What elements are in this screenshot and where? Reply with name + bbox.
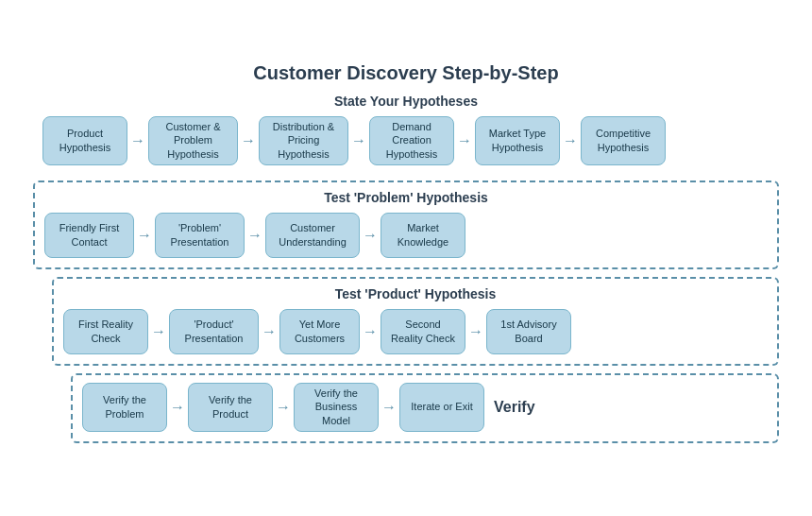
main-title: Customer Discovery Step-by-Step — [33, 62, 779, 84]
box-second-reality[interactable]: SecondReality Check — [381, 309, 465, 354]
box-product-presentation[interactable]: 'Product'Presentation — [169, 309, 259, 354]
section1-title: State Your Hypotheses — [42, 94, 770, 109]
arrow10: → — [259, 323, 279, 340]
arrow9: → — [148, 323, 169, 340]
arrow7: → — [245, 227, 265, 244]
arrow8: → — [360, 227, 381, 244]
arrow11: → — [360, 323, 381, 340]
arrow6: → — [134, 227, 155, 244]
box-verify-product[interactable]: Verify theProduct — [188, 383, 273, 432]
box-verify-problem[interactable]: Verify theProblem — [82, 383, 167, 432]
section1: State Your Hypotheses ProductHypothesis … — [33, 88, 779, 173]
box-customer-understanding[interactable]: CustomerUnderstanding — [265, 213, 360, 258]
section4-boxes: Verify theProblem → Verify theProduct → … — [82, 383, 484, 432]
box-distribution-pricing[interactable]: Distribution &PricingHypothesis — [259, 116, 348, 165]
section1-boxes: ProductHypothesis → Customer &ProblemHyp… — [42, 116, 770, 165]
arrow1: → — [127, 132, 148, 149]
box-verify-business[interactable]: Verify theBusinessModel — [294, 383, 379, 432]
verify-label: Verify — [494, 399, 535, 416]
box-customer-problem[interactable]: Customer &ProblemHypothesis — [148, 116, 238, 165]
section3: Test 'Product' Hypothesis First RealityC… — [52, 277, 779, 366]
section3-title: Test 'Product' Hypothesis — [63, 286, 768, 301]
box-product-hypothesis[interactable]: ProductHypothesis — [42, 116, 127, 165]
arrow15: → — [379, 399, 399, 416]
diagram: Customer Discovery Step-by-Step State Yo… — [14, 47, 798, 470]
box-competitive[interactable]: CompetitiveHypothesis — [581, 116, 666, 165]
box-iterate[interactable]: Iterate or Exit — [399, 383, 484, 432]
arrow5: → — [560, 132, 581, 149]
box-first-reality[interactable]: First RealityCheck — [63, 309, 148, 354]
arrow3: → — [348, 132, 369, 149]
arrow4: → — [454, 132, 475, 149]
section2-boxes: Friendly FirstContact → 'Problem'Present… — [44, 213, 768, 258]
box-problem-presentation[interactable]: 'Problem'Presentation — [155, 213, 245, 258]
section4-row: Verify theProblem → Verify theProduct → … — [82, 383, 768, 432]
arrow14: → — [273, 399, 294, 416]
box-friendly-first[interactable]: Friendly FirstContact — [44, 213, 134, 258]
section2: Test 'Problem' Hypothesis Friendly First… — [33, 181, 779, 269]
section3-boxes: First RealityCheck → 'Product'Presentati… — [63, 309, 768, 354]
box-market-knowledge[interactable]: MarketKnowledge — [381, 213, 465, 258]
box-advisory-board[interactable]: 1st AdvisoryBoard — [486, 309, 571, 354]
box-yet-more[interactable]: Yet MoreCustomers — [279, 309, 360, 354]
arrow12: → — [465, 323, 486, 340]
box-demand-creation[interactable]: DemandCreationHypothesis — [369, 116, 454, 165]
section2-title: Test 'Problem' Hypothesis — [44, 190, 768, 205]
section4: Verify theProblem → Verify theProduct → … — [71, 373, 779, 443]
box-market-type[interactable]: Market TypeHypothesis — [475, 116, 560, 165]
arrow13: → — [167, 399, 188, 416]
arrow2: → — [238, 132, 259, 149]
